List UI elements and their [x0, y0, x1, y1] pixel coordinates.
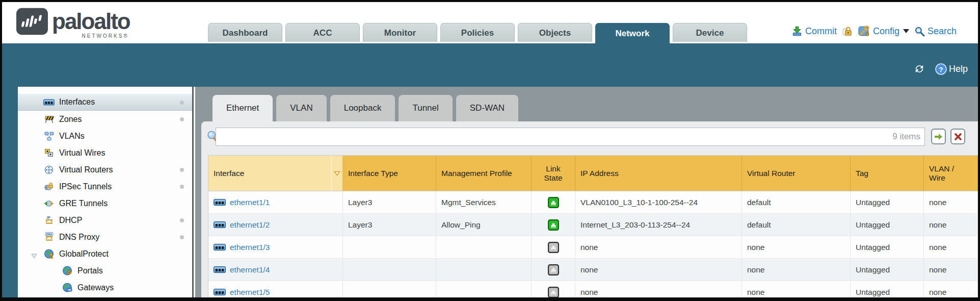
- table-row: ethernet1/5 none none Untagged none: [208, 281, 978, 297]
- refresh-icon[interactable]: [913, 63, 926, 75]
- tab-monitor[interactable]: Monitor: [363, 23, 437, 42]
- interface-link[interactable]: ethernet1/3: [230, 243, 270, 252]
- col-header-link-state[interactable]: Link State: [532, 156, 575, 191]
- svg-text:?: ?: [939, 65, 943, 73]
- interface-link[interactable]: ethernet1/4: [230, 265, 270, 274]
- link-state-cell: [532, 259, 575, 281]
- interface-link[interactable]: ethernet1/1: [230, 198, 270, 207]
- interface-cell: ethernet1/3: [208, 236, 343, 258]
- interfaces-table: Interface Interface Type Management Prof…: [208, 155, 978, 297]
- panos-app-window: paloalto NETWORKS® Dashboard ACC Monitor…: [2, 2, 978, 297]
- config-dropdown[interactable]: Config: [858, 26, 909, 37]
- col-header-virtual-router[interactable]: Virtual Router: [742, 156, 851, 191]
- clear-filter-button[interactable]: [950, 129, 965, 144]
- col-header-vlan-wire[interactable]: VLAN / Wire: [924, 156, 978, 191]
- tab-device[interactable]: Device: [673, 23, 747, 42]
- sidebar-item-virtual-routers[interactable]: Virtual Routers: [18, 161, 192, 178]
- subtab-loopback[interactable]: Loopback: [330, 95, 395, 121]
- table-header-row: Interface Interface Type Management Prof…: [208, 156, 978, 191]
- virtual-router-cell: none: [742, 259, 851, 281]
- link-state-cell: [532, 214, 575, 236]
- app-header: paloalto NETWORKS® Dashboard ACC Monitor…: [2, 2, 978, 43]
- commit-button[interactable]: Commit: [791, 26, 837, 37]
- expand-triangle-icon[interactable]: [31, 252, 37, 261]
- subtab-tunnel[interactable]: Tunnel: [399, 95, 452, 121]
- apply-filter-button[interactable]: [931, 129, 946, 144]
- link-up-icon: [548, 219, 559, 231]
- tab-acc[interactable]: ACC: [285, 23, 360, 42]
- subtab-vlan[interactable]: VLAN: [276, 95, 326, 121]
- tab-network[interactable]: Network: [595, 23, 670, 43]
- link-down-icon: [548, 242, 559, 253]
- mgmt-profile-cell: Mgmt_Services: [436, 191, 532, 213]
- tag-cell: Untagged: [851, 191, 924, 213]
- virtual-wires-icon: [43, 148, 55, 158]
- gre-tunnels-icon: [43, 198, 55, 209]
- mgmt-profile-cell: Allow_Ping: [436, 214, 532, 236]
- subtab-ethernet[interactable]: Ethernet: [213, 95, 273, 121]
- sidebar-item-globalprotect[interactable]: GlobalProtect: [18, 245, 192, 262]
- search-button[interactable]: Search: [914, 26, 957, 37]
- interface-link[interactable]: ethernet1/2: [230, 220, 270, 230]
- col-header-interface-type[interactable]: Interface Type: [343, 156, 436, 191]
- status-dot: [180, 168, 184, 172]
- chevron-down-icon: [903, 29, 909, 33]
- col-header-tag[interactable]: Tag: [851, 156, 924, 191]
- brand: paloalto NETWORKS®: [16, 7, 130, 36]
- status-dot: [180, 185, 184, 189]
- virtual-router-cell: none: [742, 281, 851, 297]
- sidebar-item-dns-proxy[interactable]: DNS DNS Proxy: [18, 229, 192, 245]
- ip-address-cell: none: [575, 236, 742, 258]
- brand-subtitle: NETWORKS®: [82, 33, 129, 39]
- ethernet-icon: [214, 199, 226, 206]
- filter-input[interactable]: [216, 128, 924, 145]
- help-button[interactable]: ? Help: [935, 63, 968, 75]
- vlan-wire-cell: none: [924, 281, 978, 297]
- ethernet-panel: 9 items Interface: [201, 121, 978, 297]
- tab-objects[interactable]: Objects: [518, 23, 592, 42]
- virtual-routers-icon: [43, 165, 55, 175]
- vlan-wire-cell: none: [924, 236, 978, 258]
- col-header-interface[interactable]: Interface: [208, 156, 343, 191]
- lock-icon[interactable]: [842, 26, 853, 37]
- link-up-icon: [548, 197, 559, 208]
- vlan-wire-cell: none: [924, 259, 978, 281]
- mgmt-profile-cell: [436, 281, 532, 297]
- interface-link[interactable]: ethernet1/5: [230, 288, 270, 297]
- virtual-router-cell: default: [742, 191, 851, 213]
- interface-cell: ethernet1/4: [208, 259, 343, 281]
- subtab-sdwan[interactable]: SD-WAN: [456, 95, 518, 121]
- sidebar-item-zones[interactable]: Zones: [18, 111, 192, 128]
- col-header-ip-address[interactable]: IP Address: [575, 156, 742, 191]
- search-icon: [914, 26, 925, 37]
- sidebar-item-gateways[interactable]: Gateways: [18, 279, 192, 296]
- tab-dashboard[interactable]: Dashboard: [208, 23, 282, 42]
- mgmt-profile-cell: [436, 236, 532, 258]
- sidebar-item-virtual-wires[interactable]: Virtual Wires: [18, 144, 192, 161]
- sidebar-item-vlans[interactable]: VLANs: [18, 128, 192, 144]
- svg-text:DNS: DNS: [46, 233, 52, 236]
- help-icon: ?: [935, 63, 947, 75]
- sort-dropdown[interactable]: [331, 156, 342, 191]
- filter-row: 9 items: [201, 128, 978, 146]
- svg-text:IP: IP: [47, 216, 50, 219]
- brand-name: paloalto: [52, 7, 130, 36]
- col-header-management-profile[interactable]: Management Profile: [436, 156, 532, 191]
- link-state-cell: [532, 191, 575, 213]
- sidebar-item-dhcp[interactable]: IP DHCP: [18, 212, 192, 229]
- interface-type-cell: [343, 281, 436, 297]
- sidebar-item-partial[interactable]: [18, 296, 192, 297]
- main-content: Ethernet VLAN Loopback Tunnel SD-WAN 9 i…: [195, 87, 978, 297]
- ethernet-icon: [43, 97, 55, 107]
- mgmt-profile-cell: [436, 259, 532, 281]
- sidebar-item-portals[interactable]: Portals: [18, 262, 192, 279]
- sidebar-item-gre-tunnels[interactable]: GRE Tunnels: [18, 195, 192, 212]
- tab-policies[interactable]: Policies: [440, 23, 515, 42]
- sidebar-item-ipsec-tunnels[interactable]: IPSec Tunnels: [18, 178, 192, 195]
- interface-type-cell: Layer3: [343, 191, 436, 213]
- ethernet-icon: [214, 221, 226, 228]
- main-nav-tabs: Dashboard ACC Monitor Policies Objects N…: [208, 23, 747, 43]
- dns-proxy-icon: DNS: [43, 232, 55, 242]
- sidebar-item-interfaces[interactable]: Interfaces: [18, 94, 192, 111]
- tag-cell: Untagged: [851, 214, 924, 236]
